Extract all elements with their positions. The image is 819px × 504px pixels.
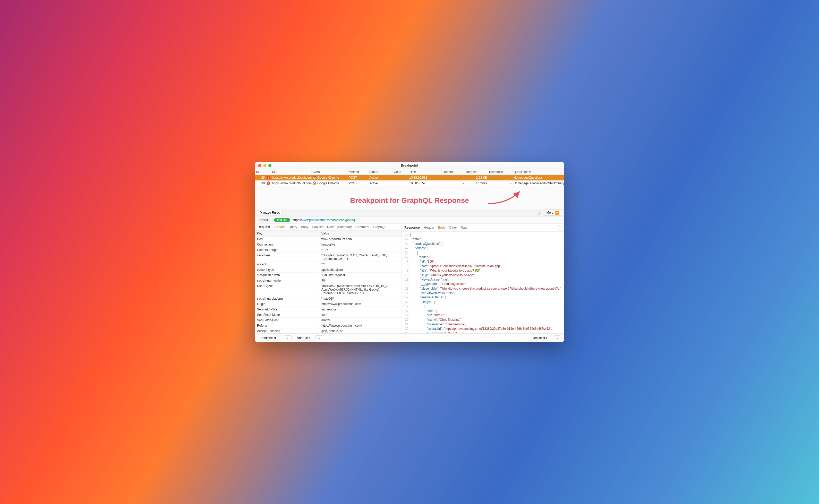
manage-rules-button[interactable]: Manage Rules xyxy=(257,210,282,215)
footer: Continue ⌘ . ⌄ Abort ⌘ \ ⌄ Execute ⌘↩ ⌄ xyxy=(255,333,564,342)
col-client[interactable]: Client xyxy=(312,169,348,175)
header-row[interactable]: x-requested-withXMLHttpRequest xyxy=(255,273,401,278)
tab-raw[interactable]: Raw xyxy=(461,226,467,229)
tab-header[interactable]: Header xyxy=(424,226,435,229)
code-line: 19 "id": "18280", xyxy=(402,313,564,318)
more-button[interactable]: More xyxy=(544,210,562,216)
code-line: 14 "canViewAnswers": false, xyxy=(402,291,564,295)
header-row[interactable]: Content-Length2126 xyxy=(255,247,401,253)
table-row[interactable]: 28!https://www.producthunt.com/frontend/… xyxy=(255,175,564,180)
table-header: ID URL Client Method Status Code Time Du… xyxy=(255,169,564,175)
header-value: same-origin xyxy=(319,307,401,312)
tab-summary[interactable]: Summary xyxy=(338,225,351,229)
header-value: 2126 xyxy=(319,247,401,253)
header-key: User-Agent xyxy=(255,283,319,296)
app-window: Breakpoint ID URL Client Method Status C… xyxy=(255,162,564,342)
continue-menu-button[interactable]: ⌄ xyxy=(284,335,291,340)
header-row[interactable]: Refererhttps://www.producthunt.com/ xyxy=(255,323,401,328)
panel-layout-icon[interactable] xyxy=(537,211,541,214)
tab-other[interactable]: Other xyxy=(449,226,457,229)
table-row-empty xyxy=(255,186,564,192)
header-row[interactable]: sec-ch-ua"Google Chrome";v="111", "Not(A… xyxy=(255,253,401,262)
execute-button[interactable]: Execute ⌘↩ xyxy=(528,335,551,341)
code-line: 20 "name": "Chris Messina", xyxy=(402,318,564,322)
code-line: 9 "title": "What is your favorite to-do … xyxy=(402,268,564,273)
col-request[interactable]: Request xyxy=(465,169,488,175)
header-key: Sec-Fetch-Dest xyxy=(255,318,319,323)
response-body[interactable]: 1▾{2▾ "data": {3▾ "productQuestions": {4… xyxy=(402,232,564,333)
code-line: 13 "placeholder": "Why did you choose th… xyxy=(402,286,564,291)
header-key: accept xyxy=(255,262,319,267)
code-line: 7 "id": "166", xyxy=(402,259,564,264)
header-row[interactable]: sec-ch-ua-platform"macOS" xyxy=(255,296,401,301)
header-value: keep-alive xyxy=(319,242,401,247)
tab-body[interactable]: Body xyxy=(438,226,446,229)
tab-comment[interactable]: Comment xyxy=(355,225,369,229)
code-line: 6▾ "node": { xyxy=(402,255,564,259)
breakpoint-icon: ! xyxy=(267,176,270,179)
header-row[interactable]: accept*/* xyxy=(255,262,401,267)
more-options-icon[interactable]: ⋯ xyxy=(557,225,562,230)
abort-button[interactable]: Abort ⌘ \ xyxy=(294,335,313,341)
request-tabs: Request HeaderQueryBodyCookiesRaw|Summar… xyxy=(255,224,401,231)
table-row[interactable]: 30!https://www.producthunt.com/frontend/… xyxy=(255,180,564,186)
header-value: */* xyxy=(319,262,401,267)
header-row[interactable]: Accept-Encodinggzip, deflate, br xyxy=(255,328,401,333)
header-row[interactable]: User-AgentMozilla/5.0 (Macintosh; Intel … xyxy=(255,283,401,296)
request-label: Request xyxy=(257,225,270,229)
header-value: https://www.producthunt.com xyxy=(319,301,401,307)
col-response[interactable]: Response xyxy=(488,169,513,175)
header-value: www.producthunt.com xyxy=(319,237,401,242)
url-display: https://www.producthunt.com/frontend/gra… xyxy=(292,218,356,222)
tab-header[interactable]: Header xyxy=(274,225,285,229)
header-value: "macOS" xyxy=(319,296,401,301)
code-line: 21 "username": "chrismessina", xyxy=(402,322,564,327)
code-line: 5▾ { xyxy=(402,251,564,255)
col-duration[interactable]: Duration xyxy=(442,169,465,175)
response-pane: Response HeaderBodyOtherRaw ⋯ 1▾{2▾ "dat… xyxy=(402,224,564,333)
col-code[interactable]: Code xyxy=(393,169,408,175)
code-line: 10 "slug": "what-is-your-favorite-to-do-… xyxy=(402,273,564,277)
abort-menu-button[interactable]: ⌄ xyxy=(315,335,323,340)
code-line: 3▾ "productQuestions": { xyxy=(402,242,564,246)
header-row[interactable]: Connectionkeep-alive xyxy=(255,242,401,247)
tab-query[interactable]: Query xyxy=(288,225,297,229)
header-key: Accept-Encoding xyxy=(255,328,319,333)
header-row[interactable]: content-typeapplication/json xyxy=(255,267,401,273)
tab-raw[interactable]: Raw xyxy=(327,225,333,229)
header-key: x-requested-with xyxy=(255,273,319,278)
chevron-down-icon xyxy=(555,211,559,215)
breakpoint-icon: ! xyxy=(267,181,270,185)
col-method[interactable]: Method xyxy=(348,169,368,175)
execute-menu-button[interactable]: ⌄ xyxy=(554,335,562,340)
col-time[interactable]: Time xyxy=(408,169,442,175)
header-row[interactable]: Sec-Fetch-Modecors xyxy=(255,312,401,318)
code-line: 1▾{ xyxy=(402,233,564,237)
header-row[interactable]: Hostwww.producthunt.com xyxy=(255,237,401,242)
header-value: "Google Chrome";v="111", "Not(A:Brand";v… xyxy=(319,253,401,262)
code-line: 18▾ "node": { xyxy=(402,309,564,313)
tab-body[interactable]: Body xyxy=(301,225,308,229)
header-row[interactable]: Originhttps://www.producthunt.com xyxy=(255,301,401,307)
tab-graphql[interactable]: GraphQL xyxy=(373,225,386,229)
code-line: 4▾ "edges": [ xyxy=(402,246,564,250)
col-id[interactable]: ID xyxy=(255,169,266,175)
code-line: 15▾ "answerAuthors": { xyxy=(402,295,564,300)
kv-key-label: Key xyxy=(255,231,319,236)
header-row[interactable]: sec-ch-ua-mobile?0 xyxy=(255,278,401,283)
header-value: cors xyxy=(319,312,401,318)
continue-button[interactable]: Continue ⌘ . xyxy=(257,335,281,341)
status-pill: 200 OK xyxy=(274,218,290,222)
method-pill: POST xyxy=(257,218,271,222)
headers-list[interactable]: Hostwww.producthunt.comConnectionkeep-al… xyxy=(255,237,401,333)
header-row[interactable]: Sec-Fetch-Sitesame-origin xyxy=(255,307,401,312)
col-status[interactable]: Status xyxy=(368,169,393,175)
midbar: Manage Rules More xyxy=(255,209,564,216)
col-url[interactable]: URL xyxy=(271,169,312,175)
header-row[interactable]: Sec-Fetch-Destempty xyxy=(255,318,401,323)
chrome-icon xyxy=(313,176,316,179)
header-key: Origin xyxy=(255,301,319,307)
code-line: 8 "path": "/product-questions/what-is-yo… xyxy=(402,264,564,268)
tab-cookies[interactable]: Cookies xyxy=(312,225,323,229)
col-query[interactable]: Query Name xyxy=(513,169,564,175)
